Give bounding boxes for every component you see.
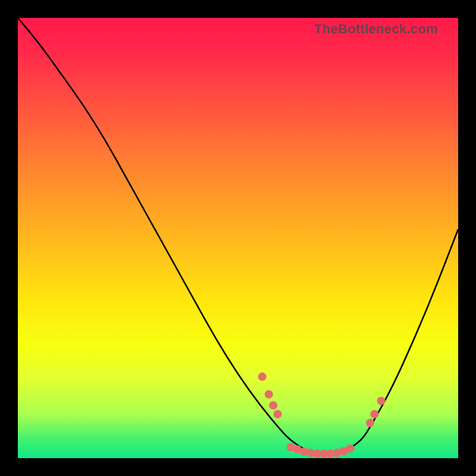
- data-marker: [274, 410, 282, 418]
- bottleneck-curve: [18, 18, 458, 454]
- chart-container: TheBottleneck.com: [0, 0, 476, 476]
- plot-area: TheBottleneck.com: [18, 18, 458, 458]
- bottleneck-curve-svg: [18, 18, 458, 458]
- data-marker: [258, 372, 267, 381]
- data-marker: [269, 401, 277, 409]
- data-marker: [377, 397, 386, 405]
- data-marker: [370, 410, 378, 418]
- data-marker: [265, 390, 273, 399]
- data-marker: [366, 419, 374, 427]
- data-markers: [258, 372, 386, 458]
- data-marker: [346, 444, 355, 453]
